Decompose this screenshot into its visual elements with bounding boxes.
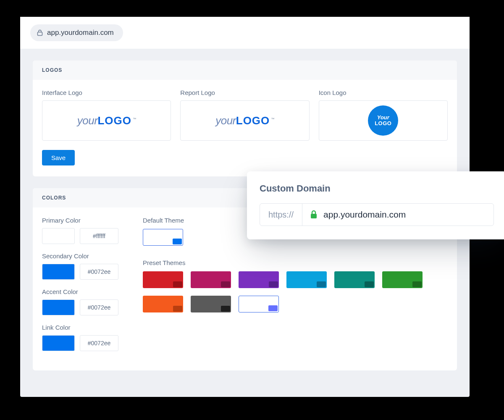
primary-color-swatch[interactable]: [42, 228, 75, 244]
theme-chip: [173, 306, 182, 312]
custom-domain-title: Custom Domain: [260, 183, 494, 194]
interface-logo-upload[interactable]: yourLOGO™: [42, 100, 171, 141]
theme-tile-5[interactable]: [382, 271, 423, 288]
theme-chip: [221, 281, 230, 287]
lock-icon: [310, 210, 318, 219]
report-logo-upload[interactable]: yourLOGO™: [180, 100, 309, 141]
primary-color-label: Primary Color: [42, 217, 126, 224]
link-color-field: Link Color: [42, 324, 126, 351]
report-logo-label: Report Logo: [180, 89, 309, 96]
accent-color-swatch[interactable]: [42, 299, 75, 315]
theme-tile-1[interactable]: [191, 271, 231, 288]
theme-tile-2[interactable]: [239, 271, 279, 288]
secondary-color-field: Secondary Color: [42, 252, 126, 280]
primary-color-input[interactable]: [80, 228, 118, 244]
theme-chip: [221, 306, 230, 312]
theme-chip: [173, 239, 182, 244]
preset-themes-row: [143, 271, 448, 312]
logos-card: LOGOS Interface Logo yourLOGO™ Report Lo…: [33, 60, 457, 176]
logo-placeholder: yourLOGO™: [215, 114, 274, 127]
link-color-swatch[interactable]: [42, 335, 75, 351]
accent-color-field: Accent Color: [42, 288, 126, 315]
theme-tile-4[interactable]: [334, 271, 375, 288]
link-color-label: Link Color: [42, 324, 126, 331]
icon-logo-placeholder: Your LOGO: [368, 105, 398, 136]
theme-chip: [317, 281, 326, 287]
link-color-input[interactable]: [80, 335, 118, 351]
custom-domain-field[interactable]: https:// app.yourdomain.com: [260, 203, 494, 226]
icon-logo-label: Icon Logo: [319, 89, 448, 96]
report-logo-column: Report Logo yourLOGO™: [180, 89, 309, 141]
protocol-label: https://: [260, 204, 302, 226]
app-window: app.yourdomain.com LOGOS Interface Logo …: [20, 17, 470, 397]
theme-chip: [412, 281, 422, 287]
url-pill[interactable]: app.yourdomain.com: [30, 24, 123, 41]
theme-tile-6[interactable]: [143, 296, 183, 312]
save-button[interactable]: Save: [42, 150, 75, 165]
logo-placeholder: yourLOGO™: [77, 114, 136, 127]
theme-tile-default[interactable]: [143, 229, 183, 246]
accent-color-label: Accent Color: [42, 288, 126, 295]
interface-logo-column: Interface Logo yourLOGO™: [42, 89, 171, 141]
theme-chip: [173, 281, 182, 287]
lock-icon: [37, 29, 43, 36]
theme-tile-8[interactable]: [239, 296, 279, 312]
secondary-color-swatch[interactable]: [42, 264, 75, 280]
svg-rect-0: [38, 32, 42, 36]
interface-logo-label: Interface Logo: [42, 89, 171, 96]
theme-tile-0[interactable]: [143, 271, 183, 288]
accent-color-input[interactable]: [80, 299, 118, 315]
custom-domain-value: app.yourdomain.com: [323, 210, 406, 220]
theme-chip: [269, 281, 278, 287]
url-text: app.yourdomain.com: [47, 29, 114, 37]
theme-tile-3[interactable]: [286, 271, 327, 288]
logos-section-title: LOGOS: [33, 60, 457, 80]
svg-rect-1: [311, 214, 317, 218]
preset-themes-label: Preset Themes: [143, 259, 448, 266]
theme-chip: [365, 281, 374, 287]
icon-logo-upload[interactable]: Your LOGO: [319, 100, 448, 141]
theme-tile-7[interactable]: [191, 296, 231, 312]
custom-domain-popover: Custom Domain https:// app.yourdomain.co…: [247, 171, 504, 239]
secondary-color-label: Secondary Color: [42, 252, 126, 260]
icon-logo-column: Icon Logo Your LOGO: [319, 89, 448, 141]
secondary-color-input[interactable]: [80, 264, 118, 280]
theme-chip: [268, 305, 278, 311]
browser-topbar: app.yourdomain.com: [20, 17, 470, 49]
primary-color-field: Primary Color: [42, 217, 126, 244]
